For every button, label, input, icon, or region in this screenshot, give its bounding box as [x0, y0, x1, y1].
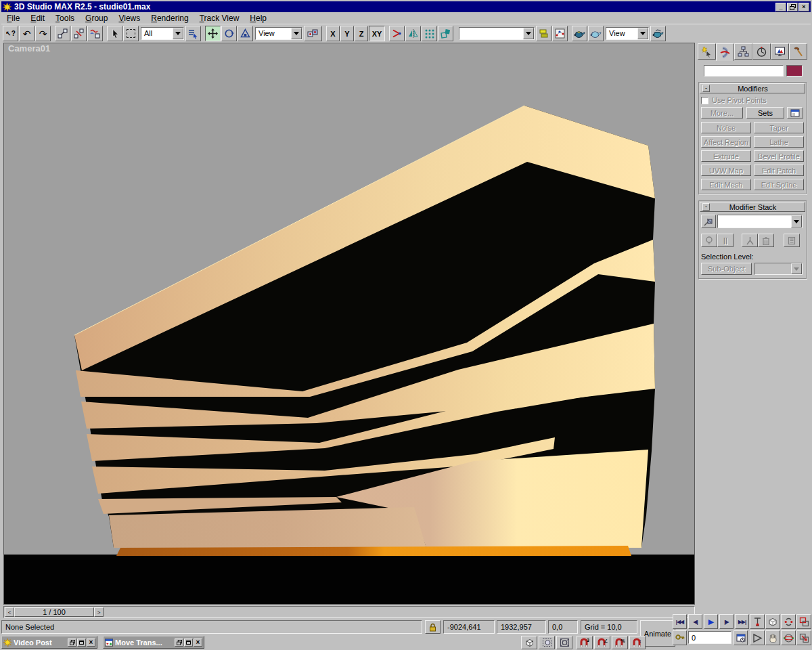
snap-toggle-3d-box-button[interactable] — [556, 636, 572, 649]
modifier-stack-dropdown-button[interactable] — [791, 215, 802, 228]
menu-track-view[interactable]: Track View — [194, 12, 245, 24]
render-scene-button[interactable] — [572, 26, 587, 41]
axis-xy-button[interactable]: XY — [369, 26, 385, 41]
coord-system-dropdown-button[interactable] — [291, 28, 302, 39]
min-max-toggle-button[interactable] — [796, 630, 811, 645]
current-frame-field[interactable] — [688, 631, 731, 644]
current-frame-input[interactable] — [689, 632, 731, 643]
modifier-extrude-button[interactable]: Extrude — [701, 150, 751, 162]
make-unique-button[interactable] — [742, 234, 758, 247]
more-button[interactable]: More... — [701, 107, 743, 118]
field-of-view-button[interactable] — [781, 614, 796, 629]
object-name-input[interactable] — [704, 66, 783, 76]
coord-system-combo[interactable]: View — [255, 27, 302, 40]
coordinate-z-field[interactable]: 0,0 — [548, 620, 578, 634]
close-button[interactable]: × — [798, 3, 809, 12]
tab-hierarchy[interactable] — [734, 43, 752, 60]
select-link-button[interactable] — [55, 26, 70, 41]
snap-toggle-3d-button[interactable]: 3 — [577, 636, 593, 649]
configure-button-sets-button[interactable] — [787, 107, 803, 118]
align-button[interactable] — [438, 26, 453, 41]
render-type-dropdown-button[interactable] — [637, 28, 648, 39]
time-slider-handle[interactable]: 1 / 100 — [14, 607, 94, 617]
array-button[interactable] — [422, 26, 437, 41]
crossing-selection-button[interactable] — [521, 636, 537, 649]
pan-button[interactable] — [765, 630, 780, 645]
time-slider-track[interactable]: < 1 / 100 > — [3, 606, 695, 618]
move-transform-restore-button[interactable] — [175, 638, 183, 647]
render-last-button[interactable] — [650, 26, 666, 41]
object-name-field[interactable] — [704, 65, 784, 77]
redo-button[interactable]: ↷ — [35, 26, 51, 41]
quick-render-button[interactable] — [588, 26, 604, 41]
show-end-result-button[interactable]: || — [717, 234, 734, 247]
spinner-snap-button[interactable]: ↕ — [629, 636, 646, 649]
move-transform-window[interactable]: Move Trans... × — [103, 636, 204, 649]
bind-spacewarp-button[interactable] — [87, 26, 103, 41]
coordinate-x-field[interactable]: -9024,641 — [443, 620, 495, 634]
menu-tools[interactable]: Tools — [50, 12, 80, 24]
key-mode-button[interactable] — [673, 630, 687, 645]
select-by-name-button[interactable] — [185, 26, 201, 41]
use-pivot-points-checkbox[interactable] — [701, 97, 708, 104]
degradation-override-button[interactable] — [539, 636, 555, 649]
percent-snap-button[interactable]: % — [612, 636, 628, 649]
pin-stack-button[interactable] — [701, 215, 716, 228]
menu-rendering[interactable]: Rendering — [145, 12, 194, 24]
modifier-edit-mesh-button[interactable]: Edit Mesh — [701, 179, 751, 190]
time-slider-right-arrow[interactable]: > — [94, 607, 104, 617]
modifier-lathe-button[interactable]: Lathe — [754, 136, 804, 148]
unlink-button[interactable] — [71, 26, 87, 41]
use-pivot-button[interactable] — [304, 26, 322, 41]
undo-button[interactable]: ↶ — [19, 26, 35, 41]
zoom-extents-button[interactable] — [765, 614, 780, 629]
previous-frame-button[interactable]: ◀| — [688, 614, 702, 629]
object-color-swatch[interactable] — [786, 65, 803, 77]
modifier-edit-patch-button[interactable]: Edit Patch — [754, 165, 804, 176]
angle-snap-button[interactable]: ∠ — [594, 636, 610, 649]
tab-motion[interactable] — [752, 43, 771, 60]
sub-object-level-dropdown-button[interactable] — [791, 263, 802, 274]
named-selection-dropdown-button[interactable] — [523, 28, 534, 39]
go-to-end-button[interactable]: ▶▶| — [735, 614, 749, 629]
sub-object-level-combo[interactable] — [754, 263, 803, 275]
arc-rotate-button[interactable] — [781, 630, 796, 645]
select-scale-button[interactable] — [238, 26, 253, 41]
help-mode-button[interactable]: ↖? — [3, 26, 18, 41]
modifier-affect-region-button[interactable]: Affect Region — [701, 136, 751, 148]
region-zoom-button[interactable] — [796, 614, 811, 629]
modifier-taper-button[interactable]: Taper — [754, 122, 804, 133]
menu-views[interactable]: Views — [113, 12, 145, 24]
render-type-combo[interactable]: View — [606, 27, 649, 40]
video-post-close-button[interactable]: × — [87, 638, 95, 647]
active-toggle-button[interactable] — [701, 234, 717, 247]
selection-region-button[interactable] — [123, 26, 139, 41]
sets-button[interactable]: Sets — [746, 107, 784, 118]
menu-group[interactable]: Group — [80, 12, 113, 24]
selection-filter-combo[interactable]: All — [141, 27, 184, 40]
tab-utilities[interactable] — [789, 43, 807, 60]
modifier-stack-combo[interactable] — [717, 215, 803, 228]
modifier-edit-spline-button[interactable]: Edit Spline — [754, 179, 804, 190]
tab-display[interactable] — [771, 43, 789, 60]
time-configuration-button[interactable] — [734, 630, 748, 645]
video-post-restore-button[interactable] — [68, 638, 76, 647]
restore-button[interactable] — [787, 3, 798, 12]
modifier-uvw-map-button[interactable]: UVW Map — [701, 165, 751, 176]
menu-edit[interactable]: Edit — [25, 12, 50, 24]
dolly-camera-button[interactable] — [750, 614, 765, 629]
select-rotate-button[interactable] — [221, 26, 237, 41]
minimize-button[interactable]: _ — [775, 3, 786, 12]
sub-object-button[interactable]: Sub-Object — [701, 263, 752, 275]
time-slider-left-arrow[interactable]: < — [5, 607, 14, 617]
remove-modifier-button[interactable] — [758, 234, 774, 247]
ik-toggle-button[interactable] — [389, 26, 405, 41]
edit-named-selections-button[interactable] — [536, 26, 551, 41]
tab-modify[interactable] — [716, 43, 734, 61]
modifier-bevel-profile-button[interactable]: Bevel Profile — [754, 150, 804, 162]
modifiers-rollout-header[interactable]: - Modifiers — [700, 83, 805, 93]
menu-file[interactable]: File — [1, 12, 25, 24]
perspective-button[interactable] — [750, 630, 765, 645]
camera-viewport[interactable] — [3, 43, 695, 605]
tab-create[interactable] — [698, 43, 716, 60]
